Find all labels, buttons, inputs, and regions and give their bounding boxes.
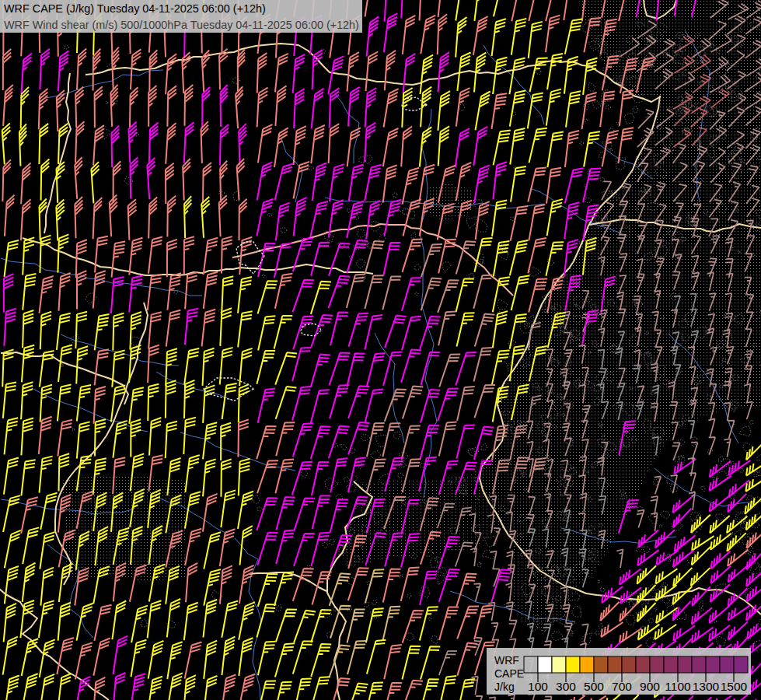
svg-text:1100: 1100 <box>665 680 691 693</box>
svg-text:100: 100 <box>528 680 548 693</box>
svg-text:1500: 1500 <box>721 680 748 693</box>
svg-text:WRF: WRF <box>494 654 519 667</box>
svg-text:CAPE: CAPE <box>494 667 524 680</box>
svg-text:700: 700 <box>612 680 632 693</box>
svg-text:500: 500 <box>584 680 604 693</box>
svg-text:900: 900 <box>640 680 660 693</box>
svg-text:WRF Wind shear (m/s) 500/1000h: WRF Wind shear (m/s) 500/1000hPa Tuesday… <box>4 19 359 31</box>
svg-text:1300: 1300 <box>693 680 720 693</box>
svg-text:300: 300 <box>556 680 576 693</box>
svg-text:J/kg: J/kg <box>494 681 515 693</box>
svg-text:WRF CAPE (J/kg) Tuesday 04-11-: WRF CAPE (J/kg) Tuesday 04-11-2025 06:00… <box>4 2 266 15</box>
